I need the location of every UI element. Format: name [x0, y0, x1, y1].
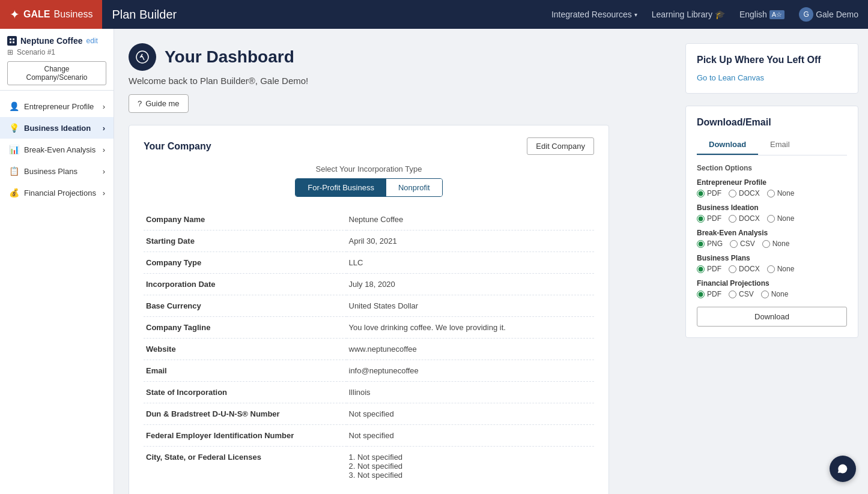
sidebar-item-break-even-analysis[interactable]: 📊 Break-Even Analysis ›: [0, 139, 114, 160]
sidebar-navigation: 👤 Entrepreneur Profile › 💡 Business Idea…: [0, 91, 114, 494]
sidebar: Neptune Coffee edit ⊞ Scenario #1 Change…: [0, 29, 114, 494]
plan-builder-title: Plan Builder: [112, 8, 177, 22]
radio-input[interactable]: [697, 291, 705, 298]
language-label: English: [739, 10, 767, 19]
download-button[interactable]: Download: [697, 307, 847, 327]
email-tab[interactable]: Email: [758, 135, 802, 155]
dashboard-icon: [129, 43, 156, 71]
learning-library-label: Learning Library: [652, 10, 712, 19]
top-navigation: ✦ GALE Business Plan Builder Integrated …: [0, 0, 868, 29]
field-value: info@neptunecoffee: [347, 360, 595, 382]
guide-me-button[interactable]: ? Guide me: [129, 94, 189, 113]
sidebar-item-business-ideation[interactable]: 💡 Business Ideation ›: [0, 117, 114, 139]
radio-label[interactable]: None: [761, 290, 789, 298]
radio-input[interactable]: [729, 265, 736, 273]
radio-label[interactable]: DOCX: [729, 265, 760, 273]
for-profit-button[interactable]: For-Profit Business: [296, 179, 386, 196]
field-label: Incorporation Date: [144, 274, 347, 295]
nonprofit-button[interactable]: Nonprofit: [386, 179, 442, 196]
radio-input[interactable]: [767, 215, 775, 223]
sidebar-item-entrepreneur-profile[interactable]: 👤 Entrepreneur Profile ›: [0, 95, 114, 117]
radio-label[interactable]: PDF: [697, 290, 721, 298]
main-layout: Neptune Coffee edit ⊞ Scenario #1 Change…: [0, 29, 868, 494]
field-label: Company Name: [144, 209, 347, 230]
chat-button[interactable]: [830, 456, 856, 482]
radio-label[interactable]: PDF: [697, 214, 721, 223]
field-label: Email: [144, 360, 347, 382]
radio-label[interactable]: None: [767, 265, 795, 273]
section-option-row: Break-Even AnalysisPNGCSVNone: [697, 229, 847, 248]
radio-input[interactable]: [767, 190, 775, 197]
brand-gale-text: GALE: [23, 9, 50, 20]
sidebar-item-financial-projections[interactable]: 💰 Financial Projections ›: [0, 182, 114, 203]
radio-label[interactable]: PDF: [697, 265, 721, 273]
radio-input[interactable]: [729, 190, 736, 197]
field-value: Not specified: [347, 425, 595, 447]
radio-label[interactable]: CSV: [730, 239, 755, 248]
radio-input[interactable]: [729, 215, 736, 223]
user-nav[interactable]: G Gale Demo: [799, 7, 858, 22]
radio-input[interactable]: [762, 240, 770, 248]
section-option-row: Business IdeationPDFDOCXNone: [697, 203, 847, 223]
welcome-text: Welcome back to Plan Builder®, Gale Demo…: [129, 76, 661, 86]
company-info-table: Company NameNeptune CoffeeStarting DateA…: [144, 209, 594, 486]
radio-label[interactable]: PDF: [697, 189, 721, 197]
field-value: You love drinking coffee. We love provid…: [347, 317, 595, 339]
table-row: Company NameNeptune Coffee: [144, 209, 594, 230]
scenario-label: Scenario #1: [17, 48, 55, 56]
financial-projections-icon: 💰: [8, 187, 19, 198]
radio-input[interactable]: [697, 240, 705, 248]
radio-input[interactable]: [730, 240, 738, 248]
learning-library-nav[interactable]: Learning Library 🎓: [652, 10, 725, 19]
sidebar-scenario: ⊞ Scenario #1: [7, 48, 106, 56]
user-icon: G: [799, 7, 813, 22]
section-option-row: Financial ProjectionsPDFCSVNone: [697, 279, 847, 298]
radio-label[interactable]: None: [767, 189, 795, 197]
radio-input[interactable]: [761, 291, 769, 298]
section-option-name: Business Plans: [697, 254, 847, 262]
radio-label[interactable]: None: [767, 214, 795, 223]
radio-input[interactable]: [767, 265, 775, 273]
field-value: July 18, 2020: [347, 274, 595, 295]
field-value: Illinois: [347, 382, 595, 403]
integrated-resources-nav[interactable]: Integrated Resources ▾: [551, 10, 637, 19]
table-row: Base CurrencyUnited States Dollar: [144, 295, 594, 317]
integrated-resources-chevron: ▾: [634, 11, 637, 18]
brand-logo[interactable]: ✦ GALE Business: [0, 0, 102, 29]
table-row: Emailinfo@neptunecoffee: [144, 360, 594, 382]
company-card-header: Your Company Edit Company: [144, 137, 594, 155]
page-title: Your Dashboard: [165, 47, 294, 67]
field-label: Company Type: [144, 252, 347, 274]
radio-input[interactable]: [729, 291, 736, 298]
field-value: 1. Not specified 2. Not specified 3. Not…: [347, 447, 595, 486]
language-nav[interactable]: English A☆: [739, 10, 785, 19]
download-tab[interactable]: Download: [697, 135, 758, 155]
sidebar-item-financial-projections-label: Financial Projections: [24, 188, 96, 197]
svg-rect-2: [10, 41, 11, 43]
section-option-row: Business PlansPDFDOCXNone: [697, 254, 847, 273]
change-company-button[interactable]: Change Company/Scenario: [7, 61, 106, 85]
brand-business-text: Business: [53, 9, 93, 20]
field-label: City, State, or Federal Licenses: [144, 447, 347, 486]
company-icon: [7, 36, 17, 46]
radio-input[interactable]: [697, 190, 705, 197]
radio-input[interactable]: [697, 265, 705, 273]
radio-label[interactable]: None: [762, 239, 790, 248]
lean-canvas-link[interactable]: Go to Lean Canvas: [697, 73, 764, 82]
user-label: Gale Demo: [816, 10, 858, 19]
radio-group: PDFCSVNone: [697, 290, 847, 298]
table-row: Websitewww.neptunecoffee: [144, 339, 594, 360]
radio-input[interactable]: [697, 215, 705, 223]
company-card-title: Your Company: [144, 141, 211, 152]
radio-label[interactable]: DOCX: [729, 214, 760, 223]
field-value: www.neptunecoffee: [347, 339, 595, 360]
section-option-name: Break-Even Analysis: [697, 229, 847, 237]
radio-label[interactable]: PNG: [697, 239, 723, 248]
radio-label[interactable]: DOCX: [729, 189, 760, 197]
company-edit-link[interactable]: edit: [86, 37, 97, 45]
sidebar-item-business-plans[interactable]: 📋 Business Plans ›: [0, 160, 114, 182]
radio-label[interactable]: CSV: [729, 290, 754, 298]
svg-rect-1: [13, 38, 14, 40]
business-plans-icon: 📋: [8, 166, 19, 176]
edit-company-button[interactable]: Edit Company: [527, 137, 594, 155]
